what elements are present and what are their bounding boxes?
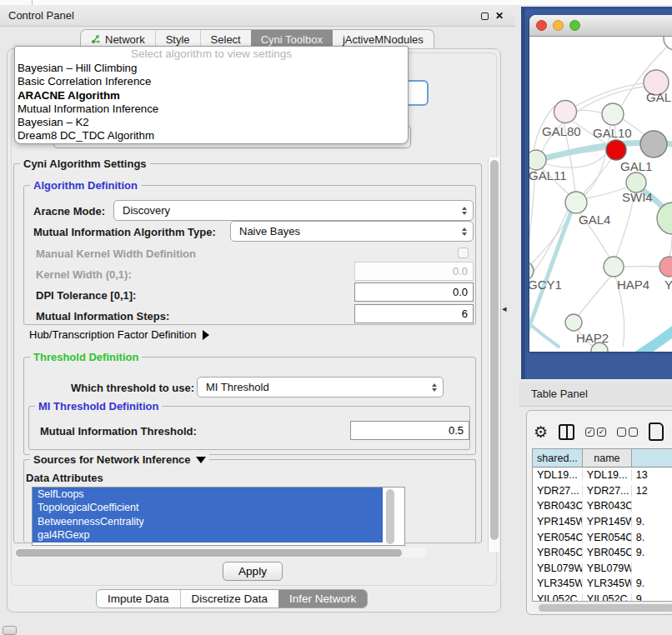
cell: YER054C: [583, 532, 632, 543]
node-label: GAL4: [579, 212, 610, 227]
table-row[interactable]: YLR345W YLR345W 9.: [533, 576, 672, 592]
list-item[interactable]: gal4RGexp: [33, 528, 383, 542]
network-window-titlebar[interactable]: [529, 15, 672, 37]
tab-label: Impute Data: [108, 592, 169, 605]
table-row[interactable]: YBL079W YBL079W: [533, 561, 672, 577]
which-threshold-combobox[interactable]: MI Threshold: [197, 377, 444, 398]
which-threshold-value: MI Threshold: [206, 381, 269, 393]
tab-impute-data[interactable]: Impute Data: [97, 590, 180, 608]
algorithm-dropdown-popup: Select algorithm to view settings Bayesi…: [14, 46, 409, 144]
split-columns-icon[interactable]: [559, 424, 574, 440]
table-row[interactable]: YDL19... YDL19... 13: [533, 468, 672, 483]
cell: 9.: [632, 547, 672, 558]
page-icon[interactable]: [649, 422, 664, 441]
group-title: Cyni Algorithm Settings: [20, 158, 150, 170]
list-scrollbar-thumb[interactable]: [386, 489, 394, 544]
network-node-salmon[interactable]: [659, 257, 672, 277]
network-node-gal10[interactable]: [602, 103, 624, 125]
network-node-hap2[interactable]: [565, 314, 582, 331]
aracne-mode-combobox[interactable]: Discovery: [113, 200, 474, 221]
tab-label: Infer Network: [289, 592, 356, 605]
column-header[interactable]: name: [583, 449, 632, 467]
apply-button[interactable]: Apply: [223, 562, 283, 581]
network-node-hap4[interactable]: [604, 257, 624, 277]
dropdown-item[interactable]: Dream8 DC_TDC Algorithm: [15, 129, 408, 142]
table-row[interactable]: YPR145W YPR145W 9.: [533, 514, 672, 530]
manual-kernel-checkbox[interactable]: [458, 248, 469, 258]
node-label: GAL10: [593, 126, 632, 140]
table-row[interactable]: YBR043C YBR043C: [533, 498, 672, 514]
mi-type-combobox[interactable]: Naive Bayes: [230, 221, 474, 242]
group-title: MI Threshold Definition: [35, 400, 162, 412]
list-item[interactable]: TopologicalCoefficient: [33, 501, 383, 514]
network-node-gal4[interactable]: [565, 192, 587, 213]
dropdown-item[interactable]: Mutual Information Inference: [15, 102, 408, 116]
dropdown-prompt: Select algorithm to view settings: [15, 48, 408, 62]
zoom-light-green[interactable]: [569, 20, 580, 31]
tab-infer-network[interactable]: Infer Network: [278, 590, 367, 608]
network-node-labels: GAL GAL80 GAL10 GAL1 GAL11 SWI4 GAL4 GCY…: [529, 90, 672, 345]
column-header[interactable]: shared...: [533, 449, 583, 467]
gear-icon[interactable]: ⚙: [534, 424, 548, 440]
cell: YPR145W: [533, 516, 583, 528]
table-horizontal-scrollbar[interactable]: [532, 602, 672, 612]
column-header[interactable]: [632, 449, 672, 467]
mi-steps-field[interactable]: 6: [354, 304, 474, 323]
which-threshold-label: Which threshold to use:: [71, 382, 194, 394]
dropdown-item-selected[interactable]: ARACNE Algorithm: [15, 89, 408, 102]
cell: YBR043C: [533, 500, 583, 512]
bottom-tabbar: Impute Data Discretize Data Infer Networ…: [96, 589, 368, 608]
panel-collapse-arrow-icon[interactable]: ◂: [502, 303, 507, 314]
network-node-gal80[interactable]: [554, 101, 577, 123]
sources-expander[interactable]: Sources for Network Inference: [30, 453, 209, 466]
group-title: Algorithm Definition: [30, 179, 141, 192]
kernel-width-field[interactable]: 0.0: [354, 262, 474, 281]
dropdown-item[interactable]: Bayesian – K2: [15, 116, 408, 129]
checked-pair-icon[interactable]: ✓✓: [585, 428, 606, 437]
mi-steps-label: Mutual Information Steps:: [36, 310, 169, 322]
dropdown-item[interactable]: Bayesian – Hill Climbing: [15, 62, 408, 75]
minimized-panel-icon[interactable]: [3, 626, 17, 635]
table-panel-toolbar: ⚙ ✓✓: [534, 421, 672, 442]
list-item[interactable]: SelfLoops: [33, 488, 383, 501]
mi-type-label: Mutual Information Algorithm Type:: [33, 226, 216, 238]
mi-threshold-value: 0.5: [449, 424, 464, 437]
minimize-light-yellow[interactable]: [553, 20, 564, 31]
network-node-gray[interactable]: [640, 131, 667, 158]
dpi-tolerance-field[interactable]: 0.0: [354, 282, 474, 302]
network-window[interactable]: GAL GAL80 GAL10 GAL1 GAL11 SWI4 GAL4 GCY…: [529, 15, 672, 352]
node-label: Y: [664, 278, 672, 292]
close-light-red[interactable]: [536, 20, 547, 31]
node-label: SWI4: [622, 190, 653, 204]
hub-definition-expander[interactable]: Hub/Transcription Factor Definition: [29, 328, 209, 341]
settings-horizontal-scrollbar[interactable]: [14, 548, 426, 558]
stepper-icon: [432, 383, 437, 392]
list-item[interactable]: BetweennessCentrality: [33, 515, 383, 528]
network-graph[interactable]: GAL GAL80 GAL10 GAL1 GAL11 SWI4 GAL4 GCY…: [529, 37, 672, 352]
aracne-mode-value: Discovery: [123, 204, 170, 217]
cell: YBL079W: [583, 562, 632, 574]
close-icon[interactable]: ✕: [495, 11, 504, 21]
node-label: HAP4: [617, 278, 649, 292]
cell: YBR043C: [583, 500, 632, 512]
kernel-width-label: Kernel Width (0,1):: [36, 268, 132, 281]
node-label: GAL80: [542, 124, 581, 138]
unchecked-pair-icon[interactable]: [617, 428, 638, 437]
table-row[interactable]: YBR045C YBR045C 9.: [533, 545, 672, 561]
network-node-gal1-red[interactable]: [606, 140, 626, 160]
table-row[interactable]: YDR27... YDR27... 12: [533, 483, 672, 499]
tab-label: Style: [166, 33, 190, 46]
table-row[interactable]: YIL052C YIL052C 9: [533, 592, 672, 602]
node-label: HAP2: [576, 331, 609, 345]
float-icon[interactable]: [481, 12, 489, 20]
network-node-gal11[interactable]: [529, 150, 546, 170]
settings-vertical-scrollbar[interactable]: [488, 158, 499, 552]
mi-threshold-field[interactable]: 0.5: [350, 421, 469, 440]
table-row[interactable]: YER054C YER054C 8.: [533, 529, 672, 545]
cell: YIL052C: [583, 593, 632, 602]
node-table[interactable]: shared... name YDL19... YDL19... 13 YDR2…: [532, 448, 672, 602]
cell: YBL079W: [533, 562, 583, 574]
data-attributes-list[interactable]: SelfLoops TopologicalCoefficient Between…: [32, 487, 405, 546]
tab-discretize-data[interactable]: Discretize Data: [180, 590, 279, 608]
dropdown-item[interactable]: Basic Correlation Inference: [15, 75, 408, 88]
